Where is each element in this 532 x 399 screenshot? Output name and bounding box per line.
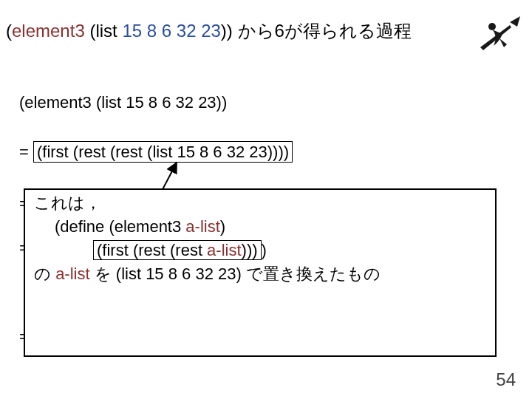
witch-logo-icon <box>477 15 522 56</box>
title-paren-open: ( <box>6 21 12 41</box>
ov-r1: これは， <box>34 194 101 212</box>
title-func: element3 <box>12 21 85 41</box>
explanation-box: これは， (define (element3 a-list) (first (r… <box>24 188 497 357</box>
ov-r4-c: を (list 15 8 6 32 23) で置き換えたもの <box>90 265 381 283</box>
title-nums: 15 8 6 32 23 <box>122 21 220 41</box>
ov-r2-c: ) <box>220 217 225 236</box>
ov-r3-alist: a-list <box>207 241 241 259</box>
title-mid1: (list <box>85 21 123 41</box>
ov-r3-a: (first (rest (rest <box>97 241 207 259</box>
ov-r2: (define (element3 a-list) <box>34 215 486 239</box>
ov-r4: の a-list を (list 15 8 6 32 23) で置き換えたもの <box>34 265 381 283</box>
slide-title: (element3 (list 15 8 6 32 23)) から6が得られる過… <box>6 21 412 42</box>
step-2-boxed-expr: (first (rest (rest (list 15 8 6 32 23)))… <box>33 141 293 163</box>
ov-r2-a: (define (element3 <box>55 217 185 236</box>
step-2-eq: = <box>19 143 33 161</box>
ov-r3-boxed: (first (rest (rest a-list))) <box>93 240 262 260</box>
ov-r3: (first (rest (rest a-list)))) <box>34 239 486 262</box>
ov-r4-alist: a-list <box>55 265 89 283</box>
step-2: = (first (rest (rest (list 15 8 6 32 23)… <box>19 144 293 160</box>
ov-r2-alist: a-list <box>185 217 219 236</box>
svg-point-0 <box>488 23 496 30</box>
slide: (element3 (list 15 8 6 32 23)) から6が得られる過… <box>0 0 532 399</box>
step-1: (element3 (list 15 8 6 32 23)) <box>19 95 227 111</box>
title-mid2: )) <box>221 21 238 41</box>
ov-r3-c: ))) <box>242 241 258 259</box>
title-rest: から6が得られる過程 <box>238 21 412 41</box>
page-number: 54 <box>496 369 516 390</box>
ov-r3-d: ) <box>262 241 267 259</box>
ov-r4-a: の <box>34 265 55 283</box>
